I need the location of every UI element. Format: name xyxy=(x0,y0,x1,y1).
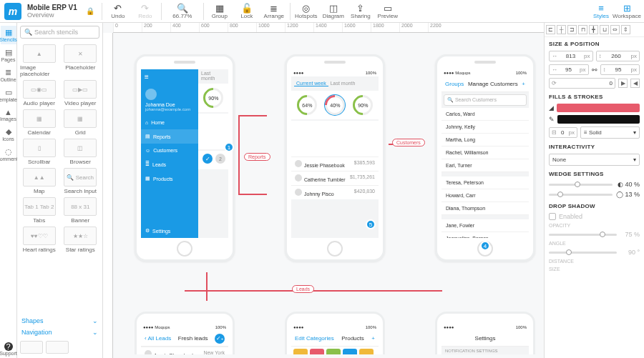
search-icon: 🔍 xyxy=(24,29,32,36)
home-button-icon xyxy=(327,241,343,257)
stencil-map[interactable]: ▲▲Map xyxy=(19,166,60,196)
align-right-button[interactable]: ⊐ xyxy=(567,25,577,34)
nav-drawer: ≡ Johanna Doe johanna@example.com ⌂Home … xyxy=(141,69,198,238)
align-left-button[interactable]: ⊏ xyxy=(546,25,555,34)
stencil-video-player[interactable]: ▭▶▭Video player xyxy=(60,79,102,108)
workspace-button[interactable]: ⊞Workspace xyxy=(614,1,640,22)
fill-icon: ◢ xyxy=(549,104,554,111)
stencil-placeholder[interactable]: ✕Placeholder xyxy=(60,43,102,79)
stencil-panel: 🔍 Search stencils ▲Image placeholder✕Pla… xyxy=(17,23,103,358)
rail-stencils[interactable]: ▦Stencils xyxy=(1,26,16,44)
flow-label-reports: Reports xyxy=(244,153,270,161)
hotspot-badge: 1 xyxy=(224,142,234,152)
interactivity-select[interactable]: None▾ xyxy=(549,154,640,166)
stencil-heart-ratings[interactable]: ♥♥♡♡Heart ratings xyxy=(19,225,60,254)
doc-title: Mobile ERP V1 xyxy=(27,4,77,11)
wedge-slider-b[interactable] xyxy=(549,194,613,196)
category-navigation[interactable]: Navigation⌄ xyxy=(17,327,102,338)
stencil-tabs[interactable]: Tab 1 Tab 2Tabs xyxy=(19,196,60,225)
mockup-phone-settings[interactable]: ●●●●100% Settings NOTIFICATION SETTINGS … xyxy=(435,312,535,354)
stencil-thumb[interactable] xyxy=(46,341,69,354)
align-center-button[interactable]: ┼ xyxy=(557,25,566,34)
stencil-audio-player[interactable]: ▭◉▭Audio player xyxy=(19,79,60,108)
flow-label-customers: Customers xyxy=(392,139,425,146)
menu-settings: ⚙Settings xyxy=(141,224,198,238)
preview-button[interactable]: ▭Preview xyxy=(375,1,401,22)
rail-comments[interactable]: ◌Comments xyxy=(1,145,16,164)
stroke-swatch[interactable] xyxy=(557,115,640,124)
stencil-search-input[interactable]: 🔍 SearchSearch Input xyxy=(60,166,102,196)
app-logo[interactable]: m xyxy=(4,3,21,20)
menu-leads: ≣Leads xyxy=(141,157,198,171)
home-button-icon xyxy=(177,241,192,257)
hotspots-button[interactable]: ◎Hotspots xyxy=(293,1,319,22)
mockup-phone-1[interactable]: ≡ Johanna Doe johanna@example.com ⌂Home … xyxy=(135,54,235,262)
flip-v-button[interactable]: ◀ xyxy=(630,79,640,88)
flip-h-button[interactable]: ▶ xyxy=(618,79,628,88)
topbar: m Mobile ERP V1 Overview 🔒 ↶Undo ↷Redo 🔍… xyxy=(0,0,644,23)
properties-panel: ⊏ ┼ ⊐ ⊓ ╋ ⊔ ⇔ ⇕ SIZE & POSITION ↔813px ↕… xyxy=(544,23,644,358)
align-bottom-button[interactable]: ⊔ xyxy=(600,25,609,34)
left-rail: ▦Stencils ▤Pages ≣Outline ▭Templates ▲Im… xyxy=(0,23,17,358)
chevron-down-icon: ⌄ xyxy=(92,317,98,324)
undo-button[interactable]: ↶Undo xyxy=(105,1,131,22)
styles-button[interactable]: ≡Styles xyxy=(588,1,614,22)
flow-label-leads: Leads xyxy=(292,285,314,293)
redo-button[interactable]: ↷Redo xyxy=(132,1,158,22)
distribute-v-button[interactable]: ⇕ xyxy=(621,25,630,34)
distribute-h-button[interactable]: ⇔ xyxy=(610,25,620,34)
angle-slider[interactable] xyxy=(549,252,617,254)
shadow-enabled-checkbox[interactable] xyxy=(549,213,556,220)
hamburger-icon: ≡ xyxy=(141,69,198,84)
canvas-wrap: 0200400600800100012001400160018002000220… xyxy=(103,23,544,358)
stencil-grid[interactable]: ▦Grid xyxy=(60,108,102,137)
rail-outline[interactable]: ≣Outline xyxy=(1,66,16,84)
chevron-down-icon: ▾ xyxy=(633,156,636,163)
rail-support[interactable]: ?Support xyxy=(1,340,16,358)
diagram-button[interactable]: ◫Diagram xyxy=(321,1,346,22)
align-middle-button[interactable]: ╋ xyxy=(589,25,598,34)
zoom-control[interactable]: 🔍66.77% xyxy=(165,1,200,22)
prop-x[interactable]: ↔813px xyxy=(549,51,593,61)
mockup-phone-products[interactable]: ●●●●100% Edit CategoriesProducts+ xyxy=(285,312,385,354)
rail-templates[interactable]: ▭Templates xyxy=(1,86,16,104)
stencil-image-placeholder[interactable]: ▲Image placeholder xyxy=(19,43,60,79)
lock-button[interactable]: 🔓Lock xyxy=(234,1,260,22)
mockup-phone-2[interactable]: ●●●●100% Current weekLast month 64% 40% … xyxy=(285,54,385,262)
fill-swatch[interactable] xyxy=(557,104,640,112)
category-shapes[interactable]: Shapes⌄ xyxy=(17,315,102,327)
prop-w[interactable]: ↔95px xyxy=(549,64,589,75)
rail-icons[interactable]: ◆Icons xyxy=(1,125,16,144)
stencil-scrollbar[interactable]: ▯Scrollbar xyxy=(19,137,60,166)
title-block: Mobile ERP V1 Overview xyxy=(27,4,77,19)
stencil-thumb[interactable] xyxy=(20,341,43,354)
chevron-down-icon: ▾ xyxy=(633,129,636,136)
rail-images[interactable]: ▲Images xyxy=(1,106,16,124)
prop-h[interactable]: ↕95px xyxy=(600,64,640,75)
sharing-button[interactable]: ⇪Sharing xyxy=(348,1,374,22)
doc-subtitle: Overview xyxy=(27,11,77,19)
align-top-button[interactable]: ⊓ xyxy=(578,25,587,34)
link-icon[interactable]: ⚯ xyxy=(592,66,597,74)
mockup-phone-3[interactable]: ●●●● Moqups100% GroupsManage Customers+ … xyxy=(435,54,535,262)
hotspot-badge: 4 xyxy=(480,241,490,251)
stencil-search[interactable]: 🔍 Search stencils xyxy=(20,26,99,39)
stroke-icon: ✎ xyxy=(549,116,555,123)
section-wedge: WEDGE SETTINGS xyxy=(545,167,644,179)
stroke-style-select[interactable]: ≡ Solid▾ xyxy=(580,126,640,139)
stencil-star-ratings[interactable]: ★★☆Star ratings xyxy=(60,225,102,254)
stencil-banner[interactable]: 88 x 31Banner xyxy=(60,196,102,225)
wedge-slider-a[interactable] xyxy=(549,184,613,186)
stencil-calendar[interactable]: ▦Calendar xyxy=(19,108,60,137)
avatar xyxy=(145,89,157,100)
prop-y[interactable]: ↕260px xyxy=(596,51,640,61)
arrange-button[interactable]: ≣Arrange xyxy=(261,1,287,22)
canvas[interactable]: Reports Customers Leads ≡ Johanna Doe j xyxy=(113,33,544,358)
opacity-slider[interactable] xyxy=(549,234,617,236)
mockup-phone-leads[interactable]: ●●●● Moqups100% ‹ All LeadsFresh leads✓+… xyxy=(135,312,235,354)
stencil-browser[interactable]: ◫Browser xyxy=(60,137,102,166)
prop-rotation[interactable]: ⟳0 xyxy=(549,78,615,89)
rail-pages[interactable]: ▤Pages xyxy=(1,46,16,64)
stroke-width[interactable]: ⊟0px xyxy=(549,127,577,138)
group-button[interactable]: ▦Group xyxy=(207,1,233,22)
